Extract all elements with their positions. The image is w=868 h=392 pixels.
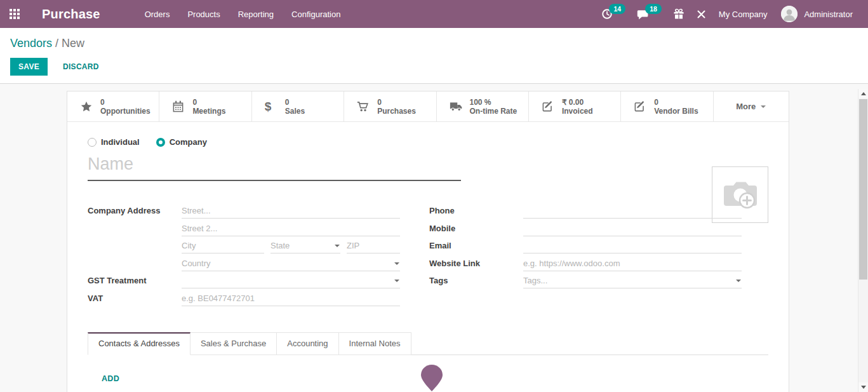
stat-label: Invoiced — [562, 107, 593, 116]
name-input[interactable] — [88, 154, 461, 174]
calendar-icon — [172, 100, 186, 112]
website-input[interactable] — [523, 256, 742, 271]
country-select[interactable] — [182, 256, 400, 271]
phone-label: Phone — [429, 203, 523, 221]
email-label: Email — [429, 238, 523, 256]
cart-icon — [357, 100, 371, 113]
scrollbar-thumb[interactable] — [859, 99, 867, 280]
apps-grid-icon — [10, 9, 20, 19]
user-avatar[interactable] — [781, 6, 798, 22]
top-menu: Orders Products Reporting Configuration — [136, 1, 350, 27]
radio-circle-icon[interactable] — [156, 138, 165, 147]
user-menu[interactable]: Administrator — [798, 10, 859, 19]
form-body: Individual Company — [67, 122, 789, 392]
gift-button[interactable] — [667, 8, 690, 20]
tags-input[interactable] — [523, 273, 742, 288]
edit-icon — [542, 100, 556, 112]
radio-circle-icon[interactable] — [88, 138, 97, 147]
tab-sales-purchase[interactable]: Sales & Purchase — [190, 332, 277, 355]
menu-orders[interactable]: Orders — [136, 1, 179, 27]
notebook-tabs: Contacts & Addresses Sales & Purchase Ac… — [88, 332, 768, 355]
arrow-up-icon — [861, 90, 866, 95]
tags-label: Tags — [429, 273, 523, 291]
tab-accounting[interactable]: Accounting — [277, 332, 338, 355]
stat-value: 0 — [192, 98, 197, 107]
state-select[interactable] — [270, 238, 340, 253]
chevron-down-icon — [761, 105, 766, 111]
star-icon — [80, 100, 94, 113]
stat-sales[interactable]: $ 0Sales — [252, 91, 344, 121]
stat-purchases[interactable]: 0Purchases — [344, 91, 436, 121]
company-type-selector: Individual Company — [88, 137, 768, 147]
stat-label: Meetings — [192, 107, 225, 116]
tools-button[interactable] — [690, 9, 712, 20]
activities-button[interactable]: 14 — [596, 8, 631, 20]
vendor-form-sheet: 0Opportunities 0Meetings $ 0Sales 0Purch… — [67, 91, 789, 392]
tab-internal-notes[interactable]: Internal Notes — [339, 332, 411, 355]
gst-treatment-label: GST Treatment — [88, 273, 182, 291]
city-input[interactable] — [182, 238, 264, 253]
crossed-tools-icon — [696, 9, 707, 20]
chevron-down-icon[interactable] — [394, 262, 399, 267]
systray: 14 18 My Company Administrator — [596, 6, 859, 22]
tab-contacts-addresses[interactable]: Contacts & Addresses — [88, 332, 190, 355]
street2-input[interactable] — [182, 221, 400, 236]
app-name[interactable]: Purchase — [42, 7, 100, 22]
message-count-badge: 18 — [645, 4, 662, 14]
stat-label: Purchases — [377, 107, 416, 116]
company-switcher[interactable]: My Company — [712, 10, 774, 19]
more-button[interactable]: More — [714, 91, 789, 121]
breadcrumb: Vendors / New — [10, 37, 858, 50]
add-contact-button[interactable]: ADD — [102, 374, 119, 383]
stat-value: ₹ 0.00 — [562, 98, 584, 107]
stat-meetings[interactable]: 0Meetings — [159, 91, 251, 121]
radio-company[interactable]: Company — [156, 137, 207, 147]
scroll-down-button[interactable] — [858, 382, 868, 392]
stat-value: 0 — [285, 98, 290, 107]
stat-label: Vendor Bills — [654, 107, 698, 116]
stat-label: On-time Rate — [470, 107, 517, 116]
save-button[interactable]: SAVE — [10, 58, 48, 76]
content-area: 0Opportunities 0Meetings $ 0Sales 0Purch… — [0, 84, 868, 392]
vat-input[interactable] — [182, 291, 400, 306]
apps-menu-button[interactable] — [0, 0, 29, 28]
email-input[interactable] — [523, 238, 742, 253]
menu-configuration[interactable]: Configuration — [283, 1, 349, 27]
stat-ontime-rate[interactable]: 100 %On-time Rate — [437, 91, 529, 121]
stat-invoiced[interactable]: ₹ 0.00Invoiced — [529, 91, 621, 121]
menu-products[interactable]: Products — [178, 1, 229, 27]
stat-opportunities[interactable]: 0Opportunities — [67, 91, 159, 121]
chevron-down-icon[interactable] — [335, 245, 340, 250]
mobile-input[interactable] — [523, 221, 742, 236]
website-label: Website Link — [429, 256, 523, 274]
control-panel: Vendors / New SAVE DISCARD — [0, 28, 868, 84]
chevron-down-icon[interactable] — [736, 280, 741, 285]
radio-individual[interactable]: Individual — [88, 137, 140, 147]
form-columns: Company Address — [88, 203, 768, 308]
dollar-icon: $ — [265, 100, 279, 114]
stat-value: 0 — [654, 98, 658, 107]
zip-input[interactable] — [347, 238, 400, 253]
form-right-column: Phone Mobile Email Website Link — [429, 203, 742, 308]
activity-count-badge: 14 — [609, 4, 625, 14]
discard-button[interactable]: DISCARD — [63, 62, 99, 71]
form-left-column: Company Address — [88, 203, 400, 308]
scroll-up-button[interactable] — [858, 89, 868, 98]
chevron-down-icon[interactable] — [394, 280, 399, 285]
arrow-down-icon — [861, 386, 866, 391]
person-icon — [781, 6, 798, 22]
phone-input[interactable] — [523, 203, 742, 218]
truck-icon — [450, 100, 464, 113]
vat-label: VAT — [88, 291, 182, 309]
vertical-scrollbar[interactable] — [858, 89, 868, 392]
company-address-label: Company Address — [88, 203, 182, 221]
messages-button[interactable]: 18 — [631, 8, 667, 20]
menu-reporting[interactable]: Reporting — [229, 1, 283, 27]
breadcrumb-current: New — [62, 37, 84, 50]
street-input[interactable] — [182, 203, 400, 218]
breadcrumb-vendors-link[interactable]: Vendors — [10, 37, 52, 50]
gst-treatment-select[interactable] — [182, 273, 400, 288]
stat-vendor-bills[interactable]: 0Vendor Bills — [621, 91, 713, 121]
stat-value: 100 % — [470, 98, 491, 107]
mobile-label: Mobile — [429, 221, 523, 239]
